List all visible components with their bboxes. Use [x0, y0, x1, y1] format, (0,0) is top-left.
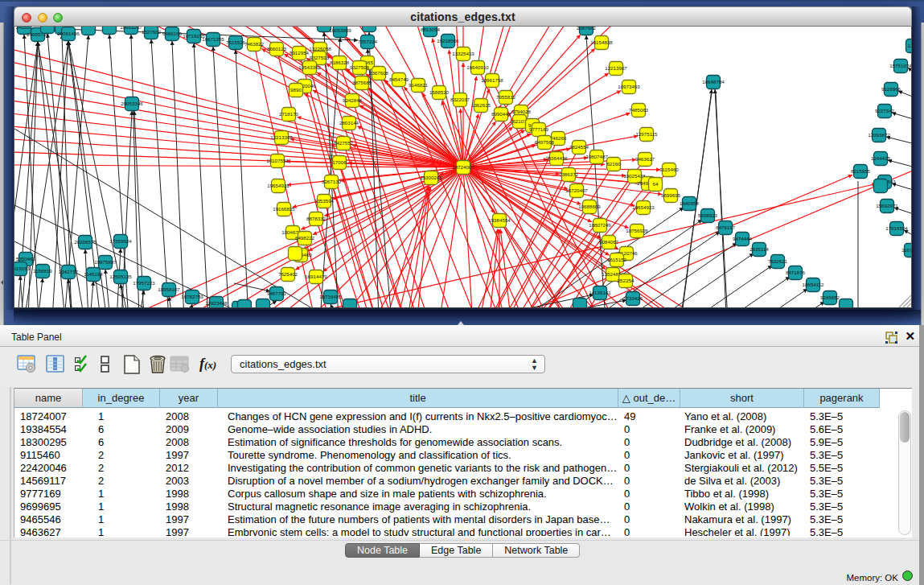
svg-text:9242848: 9242848: [343, 97, 363, 103]
svg-text:1640954: 1640954: [680, 200, 700, 206]
svg-text:15720407: 15720407: [565, 187, 588, 193]
svg-text:2803144: 2803144: [339, 120, 359, 126]
svg-text:240557: 240557: [16, 27, 33, 30]
svg-text:17359924: 17359924: [109, 238, 132, 244]
svg-text:20364436: 20364436: [545, 155, 568, 161]
svg-text:1117: 1117: [908, 43, 912, 48]
svg-text:1362615: 1362615: [471, 102, 491, 108]
svg-text:5938923: 5938923: [698, 212, 718, 218]
svg-text:1527602: 1527602: [142, 29, 162, 35]
svg-text:9245652: 9245652: [820, 295, 840, 300]
svg-text:9327503: 9327503: [310, 55, 330, 60]
svg-text:19975887: 19975887: [94, 259, 117, 265]
svg-text:2718170: 2718170: [279, 111, 299, 117]
svg-text:6497568: 6497568: [535, 139, 555, 145]
svg-text:10543362: 10543362: [298, 64, 321, 70]
svg-text:20053346: 20053346: [121, 101, 143, 106]
svg-text:8878332: 8878332: [306, 216, 326, 221]
svg-text:16648784: 16648784: [702, 79, 725, 84]
svg-text:12505135: 12505135: [109, 274, 132, 279]
svg-text:12923448: 12923448: [205, 300, 228, 306]
svg-text:7515526: 7515526: [226, 39, 246, 45]
svg-text:16671355: 16671355: [202, 36, 224, 42]
svg-text:1167533: 1167533: [901, 247, 912, 253]
svg-text:2342737: 2342737: [59, 269, 79, 274]
svg-text:19166825: 19166825: [273, 206, 295, 212]
svg-text:2087682: 2087682: [577, 27, 597, 31]
svg-text:12093872: 12093872: [868, 132, 890, 138]
svg-text:3875685: 3875685: [352, 80, 372, 85]
svg-text:6794028: 6794028: [511, 109, 532, 114]
svg-text:9227342: 9227342: [875, 108, 895, 113]
svg-text:8990448: 8990448: [491, 111, 511, 117]
svg-text:9327508: 9327508: [350, 64, 370, 70]
svg-text:16914479: 16914479: [305, 274, 327, 279]
svg-text:1145194: 1145194: [84, 271, 103, 277]
svg-text:7357224: 7357224: [358, 39, 378, 44]
svg-text:18724007: 18724007: [452, 164, 474, 170]
svg-text:1588520: 1588520: [429, 89, 450, 95]
svg-text:16640910: 16640910: [466, 64, 489, 70]
svg-text:7625402: 7625402: [278, 271, 298, 277]
svg-text:20206575: 20206575: [74, 239, 97, 245]
svg-text:252254: 252254: [618, 278, 634, 283]
svg-text:15692971: 15692971: [876, 203, 898, 208]
svg-text:8186328: 8186328: [330, 60, 350, 65]
svg-text:3915093: 3915093: [14, 266, 31, 271]
svg-text:19218506: 19218506: [437, 38, 459, 43]
svg-text:9115460: 9115460: [659, 167, 679, 172]
svg-text:9699695: 9699695: [661, 192, 681, 198]
svg-text:15300245: 15300245: [420, 175, 442, 180]
svg-text:12975115: 12975115: [635, 131, 658, 137]
svg-text:9463627: 9463627: [635, 156, 655, 162]
svg-text:10653267: 10653267: [120, 27, 142, 30]
svg-text:8813054: 8813054: [421, 27, 441, 32]
svg-text:8471676: 8471676: [786, 270, 806, 275]
svg-text:8454749: 8454749: [389, 76, 409, 82]
svg-text:10756928: 10756928: [626, 228, 648, 233]
svg-text:1244415: 1244415: [871, 155, 891, 161]
svg-text:16782759: 16782759: [181, 294, 203, 299]
svg-text:2367608: 2367608: [369, 70, 389, 76]
svg-text:8427552: 8427552: [334, 140, 354, 146]
svg-text:1733426: 1733426: [623, 295, 643, 301]
svg-text:1156819: 1156819: [33, 268, 52, 274]
svg-text:10961758: 10961758: [481, 77, 503, 83]
svg-text:13325419: 13325419: [452, 51, 474, 56]
svg-text:8912954: 8912954: [290, 50, 310, 56]
svg-text:64: 64: [653, 181, 659, 187]
svg-text:9890: 9890: [290, 87, 302, 93]
svg-text:10958107: 10958107: [158, 286, 180, 292]
svg-text:20091406: 20091406: [57, 31, 80, 36]
svg-text:14136141: 14136141: [589, 290, 611, 295]
svg-text:8322037: 8322037: [450, 97, 470, 102]
svg-text:10654112: 10654112: [802, 282, 824, 287]
svg-text:15751074: 15751074: [889, 63, 912, 68]
svg-text:12213967: 12213967: [605, 65, 627, 71]
svg-text:8660123: 8660123: [267, 46, 287, 51]
svg-text:17006: 17006: [332, 159, 347, 165]
svg-text:7632621: 7632621: [768, 258, 788, 264]
svg-text:19654931: 19654931: [267, 183, 290, 188]
svg-text:10688609: 10688609: [578, 204, 601, 209]
svg-text:1615152: 1615152: [607, 257, 627, 262]
svg-text:9457791: 9457791: [267, 290, 287, 296]
svg-text:9474444: 9474444: [733, 236, 753, 241]
svg-text:15716485: 15716485: [319, 294, 342, 299]
svg-text:7386372: 7386372: [559, 171, 579, 177]
svg-text:6479197: 6479197: [716, 225, 736, 230]
svg-text:7463822: 7463822: [244, 41, 265, 47]
svg-text:1353594: 1353594: [314, 198, 335, 204]
svg-text:8215955: 8215955: [851, 168, 871, 174]
svg-text:62160: 62160: [606, 161, 621, 167]
svg-text:9146821: 9146821: [409, 82, 429, 88]
svg-text:10973493: 10973493: [618, 84, 640, 89]
svg-text:3267130: 3267130: [322, 179, 342, 184]
svg-text:10107553: 10107553: [266, 158, 289, 163]
svg-text:17016504: 17016504: [885, 225, 908, 231]
svg-text:18807249: 18807249: [589, 222, 611, 228]
svg-text:19654923: 19654923: [632, 204, 655, 210]
svg-text:9777169: 9777169: [529, 126, 549, 132]
svg-text:6498222: 6498222: [295, 235, 315, 241]
svg-text:9084067: 9084067: [599, 239, 619, 245]
